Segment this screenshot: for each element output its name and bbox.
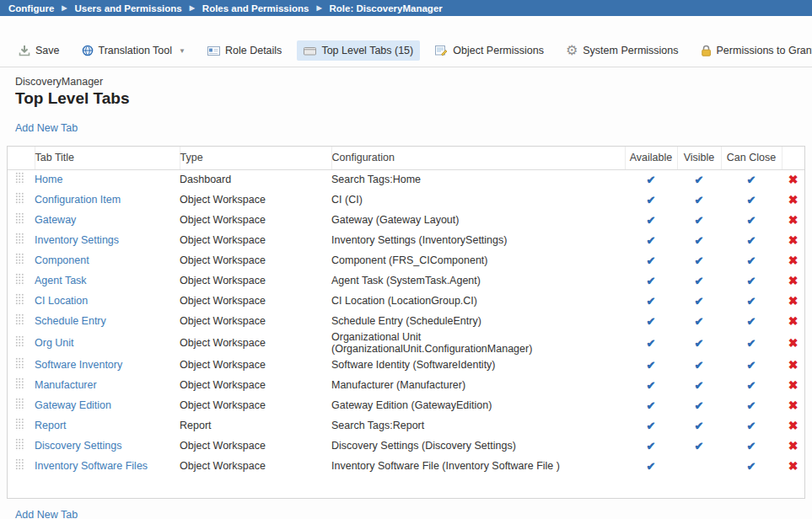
drag-handle-icon[interactable]	[15, 293, 24, 306]
row-title-link[interactable]: Gateway	[35, 214, 76, 226]
breadcrumb-item-roles-and-permissions[interactable]: Roles and Permissions	[202, 3, 309, 13]
available-check-icon[interactable]: ✔	[647, 275, 656, 287]
drag-handle-icon[interactable]	[15, 192, 24, 205]
breadcrumb-item-users-and-permissions[interactable]: Users and Permissions	[74, 3, 181, 13]
delete-row-icon[interactable]: ✖	[788, 419, 799, 432]
can-close-check-icon[interactable]: ✔	[747, 295, 756, 308]
visible-check-icon[interactable]: ✔	[695, 174, 704, 186]
available-check-icon[interactable]: ✔	[647, 337, 656, 350]
delete-row-icon[interactable]: ✖	[788, 213, 799, 227]
delete-row-icon[interactable]: ✖	[788, 439, 799, 452]
visible-check-icon[interactable]: ✔	[695, 440, 704, 452]
delete-row-icon[interactable]: ✖	[788, 294, 799, 308]
available-check-icon[interactable]: ✔	[647, 379, 656, 392]
visible-check-icon[interactable]: ✔	[695, 420, 704, 432]
row-title-link[interactable]: Manufacturer	[35, 379, 97, 391]
row-title-link[interactable]: Report	[35, 420, 67, 431]
available-check-icon[interactable]: ✔	[647, 460, 656, 473]
visible-check-icon[interactable]: ✔	[695, 254, 704, 267]
available-check-icon[interactable]: ✔	[647, 254, 656, 267]
delete-row-icon[interactable]: ✖	[788, 173, 799, 186]
drag-handle-icon[interactable]	[15, 438, 24, 451]
can-close-check-icon[interactable]: ✔	[747, 194, 756, 206]
can-close-check-icon[interactable]: ✔	[747, 359, 756, 372]
row-title-link[interactable]: Software Inventory	[35, 359, 122, 371]
available-check-icon[interactable]: ✔	[647, 315, 656, 328]
visible-check-icon[interactable]: ✔	[695, 275, 704, 287]
delete-row-icon[interactable]: ✖	[788, 193, 799, 206]
delete-row-icon[interactable]: ✖	[788, 459, 799, 473]
available-check-icon[interactable]: ✔	[647, 440, 656, 452]
visible-check-icon[interactable]: ✔	[695, 214, 704, 227]
visible-check-icon[interactable]: ✔	[695, 399, 704, 412]
available-check-icon[interactable]: ✔	[647, 234, 656, 247]
add-new-tab-link-top[interactable]: Add New Tab	[15, 122, 78, 134]
breadcrumb-item-role-discoverymanager[interactable]: Role: DiscoveryManager	[330, 3, 443, 13]
can-close-check-icon[interactable]: ✔	[747, 315, 756, 328]
drag-handle-icon[interactable]	[15, 233, 24, 245]
available-check-icon[interactable]: ✔	[647, 420, 656, 432]
drag-handle-icon[interactable]	[15, 377, 24, 390]
delete-row-icon[interactable]: ✖	[788, 254, 799, 267]
row-title-link[interactable]: Agent Task	[35, 275, 87, 286]
can-close-check-icon[interactable]: ✔	[747, 234, 756, 247]
row-title-link[interactable]: Discovery Settings	[35, 440, 122, 452]
can-close-check-icon[interactable]: ✔	[747, 254, 756, 267]
delete-row-icon[interactable]: ✖	[788, 378, 799, 392]
visible-check-icon[interactable]: ✔	[695, 379, 704, 392]
can-close-check-icon[interactable]: ✔	[747, 440, 756, 452]
can-close-check-icon[interactable]: ✔	[747, 399, 756, 412]
can-close-check-icon[interactable]: ✔	[747, 337, 756, 350]
row-title-link[interactable]: Org Unit	[35, 337, 74, 349]
drag-handle-icon[interactable]	[15, 172, 24, 185]
available-check-icon[interactable]: ✔	[647, 174, 656, 186]
row-title-link[interactable]: Inventory Software Files	[35, 460, 148, 472]
object-permissions-button[interactable]: Object Permissions	[428, 40, 551, 61]
visible-check-icon[interactable]: ✔	[695, 295, 704, 308]
available-check-icon[interactable]: ✔	[647, 214, 656, 227]
available-check-icon[interactable]: ✔	[647, 295, 656, 308]
breadcrumb-item-configure[interactable]: Configure	[8, 3, 54, 13]
drag-handle-icon[interactable]	[15, 212, 24, 225]
row-title-link[interactable]: CI Location	[35, 295, 88, 307]
row-title-link[interactable]: Component	[35, 254, 89, 266]
visible-check-icon[interactable]: ✔	[695, 315, 704, 328]
delete-row-icon[interactable]: ✖	[788, 274, 799, 287]
delete-row-icon[interactable]: ✖	[788, 399, 799, 412]
drag-handle-icon[interactable]	[15, 357, 24, 370]
delete-row-icon[interactable]: ✖	[788, 336, 799, 350]
drag-handle-icon[interactable]	[15, 313, 24, 326]
drag-handle-icon[interactable]	[15, 458, 24, 471]
delete-row-icon[interactable]: ✖	[788, 233, 799, 247]
can-close-check-icon[interactable]: ✔	[747, 379, 756, 392]
can-close-check-icon[interactable]: ✔	[747, 174, 756, 186]
top-level-tabs-button[interactable]: Top Level Tabs (15)	[297, 40, 420, 61]
delete-row-icon[interactable]: ✖	[788, 358, 799, 372]
system-permissions-button[interactable]: ⚙ System Permissions	[559, 40, 686, 61]
visible-check-icon[interactable]: ✔	[695, 194, 704, 206]
can-close-check-icon[interactable]: ✔	[747, 420, 756, 432]
available-check-icon[interactable]: ✔	[647, 399, 656, 412]
can-close-check-icon[interactable]: ✔	[747, 460, 756, 473]
visible-check-icon[interactable]: ✔	[695, 337, 704, 350]
row-title-link[interactable]: Gateway Edition	[35, 399, 111, 411]
row-title-link[interactable]: Home	[35, 174, 62, 185]
available-check-icon[interactable]: ✔	[647, 194, 656, 206]
row-title-link[interactable]: Schedule Entry	[35, 315, 106, 327]
permissions-to-grant-roles-button[interactable]: Permissions to Grant Roles	[694, 40, 812, 61]
drag-handle-icon[interactable]	[15, 335, 24, 348]
add-new-tab-link-bottom[interactable]: Add New Tab	[15, 509, 78, 519]
row-title-link[interactable]: Configuration Item	[35, 194, 121, 206]
can-close-check-icon[interactable]: ✔	[747, 214, 756, 227]
role-details-button[interactable]: Role Details	[201, 40, 288, 61]
drag-handle-icon[interactable]	[15, 418, 24, 431]
can-close-check-icon[interactable]: ✔	[747, 275, 756, 287]
row-title-link[interactable]: Inventory Settings	[35, 234, 119, 246]
save-button[interactable]: Save	[12, 40, 67, 61]
drag-handle-icon[interactable]	[15, 253, 24, 265]
visible-check-icon[interactable]: ✔	[695, 359, 704, 372]
drag-handle-icon[interactable]	[15, 273, 24, 286]
drag-handle-icon[interactable]	[15, 398, 24, 410]
available-check-icon[interactable]: ✔	[647, 359, 656, 372]
translation-tool-button[interactable]: Translation Tool ▼	[75, 40, 192, 61]
